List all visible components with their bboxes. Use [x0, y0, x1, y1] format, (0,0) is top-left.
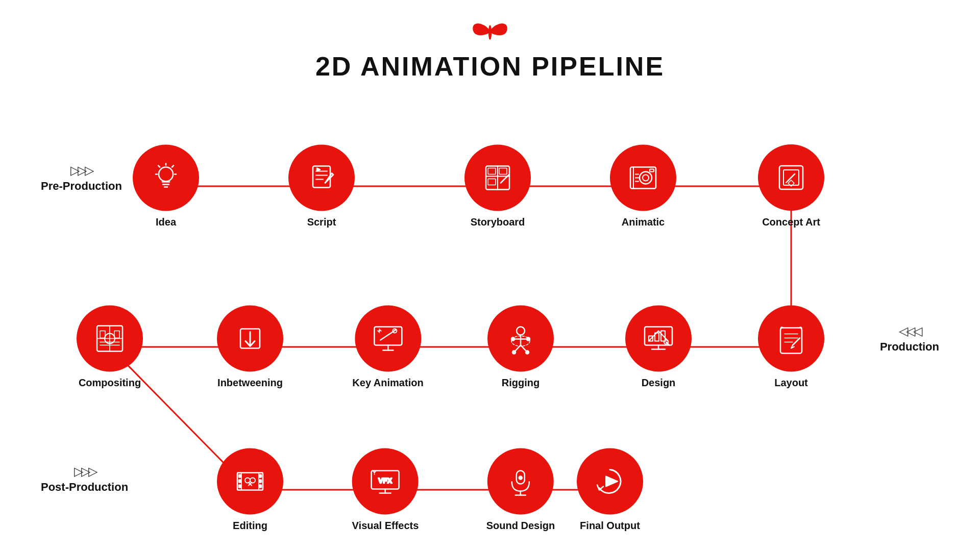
svg-point-111 — [519, 477, 522, 480]
main-title: 2D ANIMATION PIPELINE — [315, 51, 665, 82]
label-key-animation: Key Animation — [352, 377, 423, 389]
svg-rect-93 — [259, 475, 261, 478]
svg-rect-29 — [488, 179, 496, 185]
circle-concept-art — [758, 144, 824, 211]
circle-editing — [217, 448, 283, 515]
svg-point-71 — [512, 351, 516, 354]
node-editing: Editing — [217, 448, 283, 532]
svg-rect-28 — [499, 168, 507, 174]
svg-line-13 — [158, 166, 160, 167]
label-inbetweening: Inbetweening — [217, 377, 283, 389]
label-concept-art: Concept Art — [762, 216, 820, 228]
label-editing: Editing — [233, 520, 267, 532]
label-animatic: Animatic — [622, 216, 665, 228]
svg-point-96 — [245, 478, 250, 483]
node-inbetweening: Inbetweening — [217, 306, 283, 389]
circle-storyboard — [464, 145, 531, 211]
node-visual-effects: VFX Visual Effects — [352, 448, 419, 532]
label-script: Script — [307, 216, 336, 228]
circle-design — [625, 306, 692, 372]
label-idea: Idea — [156, 216, 176, 228]
circle-inbetweening — [217, 306, 283, 372]
label-compositing: Compositing — [79, 377, 141, 389]
svg-point-6 — [159, 167, 173, 182]
label-sound-design: Sound Design — [486, 520, 555, 532]
svg-point-97 — [250, 478, 255, 483]
label-rigging: Rigging — [502, 377, 540, 389]
production-text: Production — [880, 340, 939, 354]
svg-line-86 — [793, 338, 800, 345]
svg-point-64 — [517, 327, 525, 335]
node-compositing: Compositing — [77, 306, 143, 389]
svg-rect-27 — [488, 168, 496, 174]
svg-rect-56 — [374, 327, 402, 345]
node-concept-art: Concept Art — [758, 144, 824, 228]
node-final-output: Final Output — [577, 448, 643, 532]
node-layout: Layout — [758, 306, 824, 389]
pre-production-label: ▷▷▷ Pre-Production — [41, 163, 122, 193]
label-layout: Layout — [774, 377, 808, 389]
svg-rect-90 — [239, 475, 241, 478]
circle-layout — [758, 306, 824, 372]
label-storyboard: Storyboard — [471, 216, 525, 228]
header: 2D ANIMATION PIPELINE — [315, 15, 665, 82]
circle-final-output — [577, 448, 643, 515]
circle-visual-effects: VFX — [352, 448, 419, 515]
post-production-arrows: ▷▷▷ — [74, 464, 95, 479]
svg-rect-95 — [259, 485, 261, 488]
svg-line-30 — [502, 177, 507, 182]
node-animatic: Animatic — [610, 145, 676, 228]
svg-rect-82 — [780, 328, 802, 354]
svg-point-35 — [640, 172, 652, 184]
production-label: ◁◁◁ Production — [880, 324, 939, 354]
production-arrows: ◁◁◁ — [899, 324, 920, 338]
node-rigging: Rigging — [487, 306, 554, 389]
svg-rect-37 — [650, 169, 654, 172]
label-visual-effects: Visual Effects — [352, 520, 419, 532]
circle-rigging — [487, 306, 554, 372]
circle-compositing — [77, 306, 143, 372]
circle-key-animation — [355, 306, 421, 372]
label-design: Design — [642, 377, 676, 389]
svg-line-32 — [501, 182, 502, 183]
svg-point-36 — [643, 175, 649, 181]
circle-sound-design — [487, 448, 554, 515]
circle-idea — [133, 145, 199, 211]
butterfly-logo — [470, 15, 510, 46]
node-script: Script — [288, 145, 355, 228]
label-final-output: Final Output — [580, 520, 640, 532]
post-production-label: ▷▷▷ Post-Production — [41, 464, 128, 494]
svg-point-72 — [526, 351, 529, 354]
svg-rect-91 — [239, 480, 241, 483]
svg-marker-112 — [606, 477, 618, 487]
pipeline-area: ▷▷▷ Pre-Production ◁◁◁ Production ▷▷▷ Po… — [31, 97, 949, 531]
svg-rect-94 — [259, 480, 261, 483]
svg-line-44 — [786, 181, 788, 183]
pre-production-text: Pre-Production — [41, 180, 122, 193]
main-container: 2D ANIMATION PIPELINE ▷▷▷ Pre-Production… — [0, 0, 980, 551]
node-design: Design — [625, 306, 692, 389]
svg-line-11 — [172, 166, 174, 167]
post-production-text: Post-Production — [41, 481, 128, 494]
svg-rect-15 — [313, 166, 330, 188]
svg-point-0 — [488, 25, 492, 40]
pre-production-arrows: ▷▷▷ — [70, 163, 92, 178]
svg-text:VFX: VFX — [378, 477, 393, 485]
svg-line-59 — [380, 330, 396, 340]
node-sound-design: Sound Design — [486, 448, 555, 532]
circle-script — [288, 145, 355, 211]
node-idea: Idea — [133, 145, 199, 228]
node-key-animation: Key Animation — [352, 306, 423, 389]
node-storyboard: Storyboard — [464, 145, 531, 228]
svg-rect-92 — [239, 485, 241, 488]
circle-animatic — [610, 145, 676, 211]
